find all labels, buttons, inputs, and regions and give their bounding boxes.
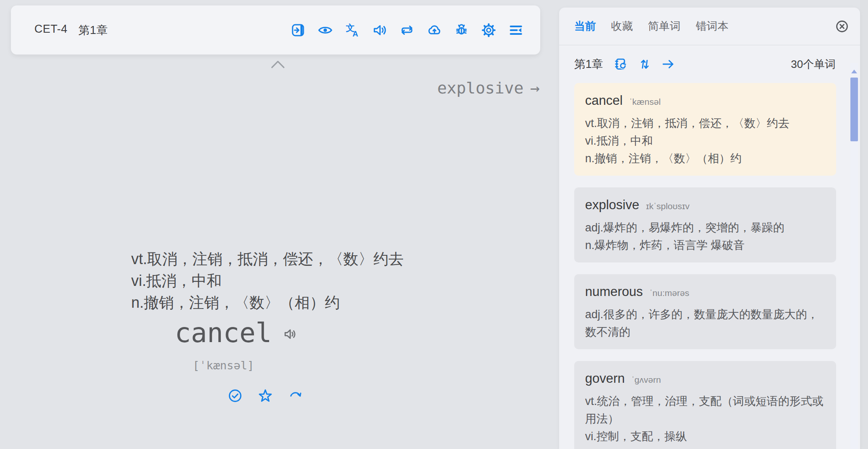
star-icon[interactable] [258, 388, 273, 403]
card-phonetic: ɪkˈsploʊsɪv [646, 197, 689, 215]
definition-line: n.撤销，注销，〈数〉（相）约 [585, 150, 825, 167]
word-count: 30个单词 [791, 57, 836, 72]
chapter-row: 第1章 [574, 50, 860, 78]
definition-line: vt.取消，注销，抵消，偿还，〈数〉约去 [585, 114, 825, 132]
tab-favorites[interactable]: 收藏 [611, 19, 633, 34]
chapter-label: 第1章 [574, 57, 603, 72]
toolbar: CET-4 第1章 文 A [11, 5, 540, 55]
card-definitions: vt.统治，管理，治理，支配（词或短语的形式或用法） vi.控制，支配，操纵 [585, 392, 825, 445]
word-card-cancel[interactable]: cancel ˈkænsəl vt.取消，注销，抵消，偿还，〈数〉约去 vi.抵… [574, 83, 836, 176]
eye-icon[interactable] [318, 23, 333, 38]
chapter-name: 第1章 [78, 23, 108, 38]
window-gutter [860, 0, 868, 449]
speaker-icon[interactable] [372, 23, 387, 38]
translate-icon[interactable]: 文 A [345, 23, 360, 38]
definition-line: adj.爆炸的，易爆炸的，突增的，暴躁的 [585, 219, 825, 236]
definition-line: adj.很多的，许多的，数量庞大的数量庞大的，数不清的 [585, 306, 825, 341]
scrollbar-thumb[interactable] [850, 78, 858, 141]
tab-easy-words[interactable]: 简单词 [648, 19, 681, 34]
svg-text:A: A [352, 29, 358, 38]
card-word: govern [585, 369, 625, 388]
current-word-row: cancel [175, 317, 297, 349]
toolbar-icons: 文 A [290, 5, 523, 55]
card-title: cancel ˈkænsəl [585, 91, 825, 111]
word-card-explosive[interactable]: explosive ɪkˈsploʊsɪv adj.爆炸的，易爆炸的，突增的，暴… [574, 187, 836, 262]
scrollbar-track [850, 63, 858, 449]
word-list-icon[interactable] [508, 23, 523, 38]
next-word-link[interactable]: explosive → [437, 79, 540, 97]
close-icon[interactable] [835, 19, 849, 34]
definition-line: n.撤销，注销，〈数〉（相）约 [131, 292, 404, 314]
card-phonetic: ˈnu:mərəs [650, 284, 689, 302]
current-word: cancel [175, 317, 272, 349]
speaker-icon[interactable] [282, 327, 297, 341]
word-definitions: vt.取消，注销，抵消，偿还，〈数〉约去 vi.抵消，中和 n.撤销，注销，〈数… [131, 248, 404, 314]
check-circle-icon[interactable] [228, 388, 243, 403]
settings-gear-icon[interactable] [481, 23, 496, 38]
word-card-numerous[interactable]: numerous ˈnu:mərəs adj.很多的，许多的，数量庞大的数量庞大… [574, 274, 836, 349]
chapter-sync-icon[interactable] [614, 57, 628, 71]
sort-icon[interactable] [637, 57, 652, 71]
card-word: cancel [585, 91, 623, 110]
divider [559, 45, 860, 45]
definition-line: vi.抵消，中和 [131, 270, 404, 292]
cloud-upload-icon[interactable] [427, 23, 442, 38]
definition-line: vi.控制，支配，操纵 [585, 428, 825, 445]
book-name: CET-4 [34, 23, 67, 38]
word-card-govern[interactable]: govern ˈgʌvərn vt.统治，管理，治理，支配（词或短语的形式或用法… [574, 361, 836, 449]
toolbar-title: CET-4 第1章 [34, 23, 108, 38]
definition-line: vt.统治，管理，治理，支配（词或短语的形式或用法） [585, 392, 825, 428]
card-phonetic: ˈgʌvərn [632, 371, 661, 389]
card-title: numerous ˈnu:mərəs [585, 283, 825, 302]
word-actions [228, 388, 303, 403]
bug-icon[interactable] [454, 23, 469, 38]
next-chapter-icon[interactable] [661, 57, 675, 71]
word-phonetic: [ˈkænsəl] [166, 359, 280, 372]
card-definitions: adj.爆炸的，易爆炸的，突增的，暴躁的 n.爆炸物，炸药，语言学 爆破音 [585, 219, 825, 254]
scroll-up-arrow[interactable] [851, 70, 857, 73]
panel-tabs: 当前 收藏 简单词 错词本 [574, 8, 860, 45]
enter-icon[interactable] [290, 23, 306, 38]
card-word: explosive [585, 196, 639, 214]
tab-current[interactable]: 当前 [574, 19, 596, 34]
tab-wrong-words[interactable]: 错词本 [696, 19, 728, 34]
definition-line: vi.抵消，中和 [585, 132, 825, 150]
definition-line: n.爆炸物，炸药，语言学 爆破音 [585, 236, 825, 254]
card-phonetic: ˈkænsəl [630, 93, 661, 111]
definition-line: vt.取消，注销，抵消，偿还，〈数〉约去 [131, 248, 404, 270]
next-word-label: explosive [437, 79, 523, 97]
word-list-panel: 当前 收藏 简单词 错词本 第1章 [559, 8, 860, 449]
repeat-icon[interactable] [399, 23, 415, 38]
chevron-up-icon[interactable] [270, 60, 286, 69]
card-definitions: vt.取消，注销，抵消，偿还，〈数〉约去 vi.抵消，中和 n.撤销，注销，〈数… [585, 114, 825, 167]
card-definitions: adj.很多的，许多的，数量庞大的数量庞大的，数不清的 [585, 306, 825, 341]
card-title: explosive ɪkˈsploʊsɪv [585, 196, 825, 215]
next-word-arrow-icon: → [530, 79, 540, 97]
word-list: cancel ˈkænsəl vt.取消，注销，抵消，偿还，〈数〉约去 vi.抵… [574, 83, 836, 449]
redo-icon[interactable] [288, 388, 303, 403]
card-title: govern ˈgʌvərn [585, 369, 825, 389]
card-word: numerous [585, 283, 643, 301]
